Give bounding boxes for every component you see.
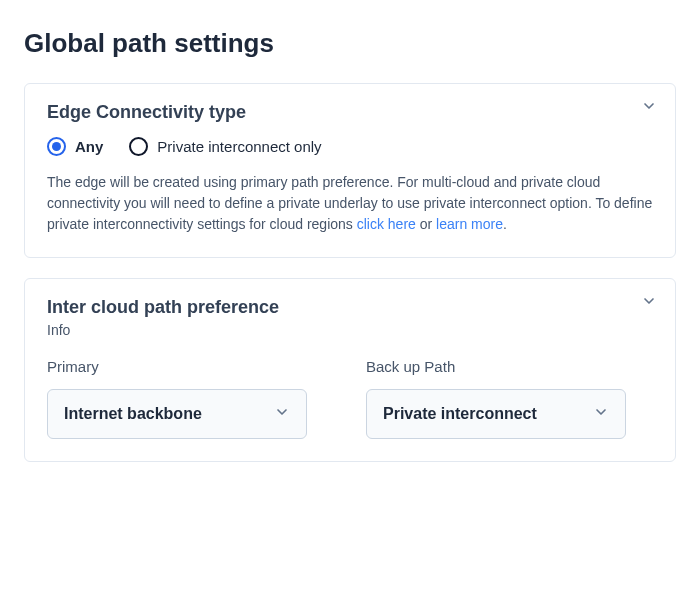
description-text: The edge will be created using primary p… bbox=[47, 174, 652, 232]
intercloud-title: Inter cloud path preference bbox=[47, 297, 653, 318]
description-text: . bbox=[503, 216, 507, 232]
radio-icon bbox=[47, 137, 66, 156]
primary-select-value: Internet backbone bbox=[64, 405, 202, 423]
radio-private-label: Private interconnect only bbox=[157, 138, 321, 155]
backup-select-col: Back up Path Private interconnect bbox=[366, 358, 653, 439]
radio-any-label: Any bbox=[75, 138, 103, 155]
click-here-link[interactable]: click here bbox=[357, 216, 416, 232]
backup-label: Back up Path bbox=[366, 358, 653, 375]
backup-select-value: Private interconnect bbox=[383, 405, 537, 423]
edge-connectivity-card: Edge Connectivity type Any Private inter… bbox=[24, 83, 676, 258]
radio-private[interactable]: Private interconnect only bbox=[129, 137, 321, 156]
primary-select[interactable]: Internet backbone bbox=[47, 389, 307, 439]
intercloud-card: Inter cloud path preference Info Primary… bbox=[24, 278, 676, 462]
radio-any[interactable]: Any bbox=[47, 137, 103, 156]
page-title: Global path settings bbox=[24, 28, 676, 59]
intercloud-subtext: Info bbox=[47, 322, 653, 338]
primary-label: Primary bbox=[47, 358, 334, 375]
chevron-down-icon bbox=[593, 404, 609, 424]
connectivity-radio-group: Any Private interconnect only bbox=[47, 137, 653, 156]
primary-select-col: Primary Internet backbone bbox=[47, 358, 334, 439]
edge-connectivity-title: Edge Connectivity type bbox=[47, 102, 653, 123]
chevron-down-icon[interactable] bbox=[641, 98, 657, 118]
learn-more-link[interactable]: learn more bbox=[436, 216, 503, 232]
chevron-down-icon bbox=[274, 404, 290, 424]
backup-select[interactable]: Private interconnect bbox=[366, 389, 626, 439]
path-select-row: Primary Internet backbone Back up Path P… bbox=[47, 358, 653, 439]
description-text: or bbox=[416, 216, 436, 232]
radio-icon bbox=[129, 137, 148, 156]
chevron-down-icon[interactable] bbox=[641, 293, 657, 313]
edge-connectivity-description: The edge will be created using primary p… bbox=[47, 172, 653, 235]
